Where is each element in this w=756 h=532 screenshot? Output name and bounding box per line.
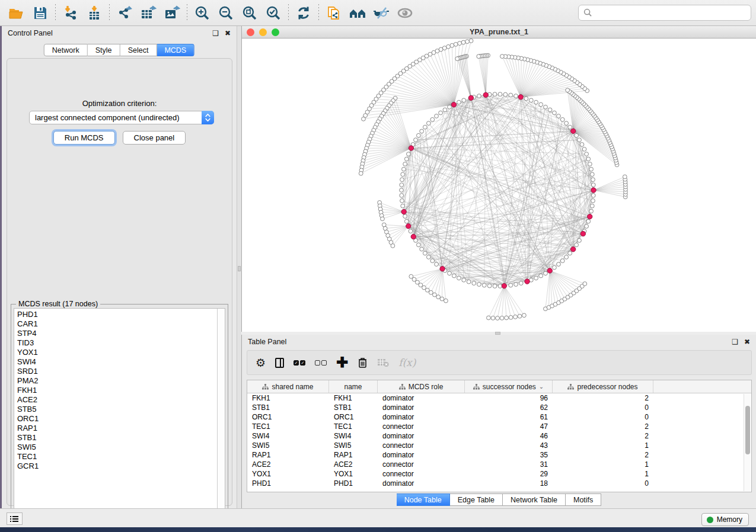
mcds-result-item[interactable]: SRD1 — [17, 367, 214, 376]
mcds-result-item[interactable]: FKH1 — [17, 386, 214, 395]
table-row[interactable]: FKH1FKH1dominator962 — [247, 393, 751, 403]
mcds-result-item[interactable]: STB5 — [17, 405, 214, 414]
export-image-icon[interactable] — [160, 2, 184, 24]
ring-node[interactable] — [544, 271, 548, 275]
mcds-list-scrollbar[interactable] — [217, 309, 225, 520]
ring-node[interactable] — [426, 121, 430, 126]
ring-node[interactable] — [414, 138, 418, 142]
search-input[interactable] — [596, 8, 746, 17]
satellite-node[interactable] — [477, 55, 481, 59]
run-mcds-button[interactable]: Run MCDS — [53, 131, 115, 145]
column-header-name[interactable]: name — [329, 380, 378, 393]
satellite-node[interactable] — [509, 315, 513, 319]
dominator-node[interactable] — [468, 95, 473, 100]
ring-node[interactable] — [534, 100, 538, 104]
dominator-node[interactable] — [406, 223, 411, 228]
dominator-node[interactable] — [591, 188, 596, 193]
table-row[interactable]: PHD1PHD1dominator180 — [247, 479, 751, 488]
satellite-node[interactable] — [491, 316, 495, 320]
dominator-node[interactable] — [409, 146, 413, 150]
ring-node[interactable] — [430, 117, 435, 121]
tab-mcds[interactable]: MCDS — [157, 44, 194, 56]
ring-node[interactable] — [509, 283, 513, 287]
ring-node[interactable] — [580, 142, 584, 146]
satellite-node[interactable] — [505, 316, 509, 320]
mcds-result-item[interactable]: PMA2 — [17, 376, 214, 386]
ring-node[interactable] — [435, 114, 439, 118]
tab-network[interactable]: Network — [44, 44, 88, 56]
satellite-node[interactable] — [518, 314, 522, 318]
satellite-node[interactable] — [425, 288, 429, 292]
export-network-icon[interactable] — [113, 2, 136, 24]
dominator-node[interactable] — [518, 95, 523, 100]
ring-node[interactable] — [416, 243, 420, 247]
dominator-node[interactable] — [502, 283, 506, 288]
ring-node[interactable] — [462, 98, 466, 102]
ring-node[interactable] — [404, 157, 409, 161]
ring-node[interactable] — [498, 92, 502, 97]
ring-node[interactable] — [560, 259, 564, 263]
satellite-node[interactable] — [436, 295, 441, 299]
satellite-node[interactable] — [381, 217, 385, 221]
column-header-predecessor-nodes[interactable]: predecessor nodes — [553, 380, 653, 393]
ring-node[interactable] — [409, 229, 413, 233]
dominator-node[interactable] — [570, 129, 575, 133]
ring-node[interactable] — [548, 108, 552, 112]
tab-edge-table[interactable]: Edge Table — [450, 493, 503, 506]
ring-node[interactable] — [477, 283, 481, 287]
ring-node[interactable] — [420, 247, 424, 251]
satellite-node[interactable] — [513, 315, 518, 319]
ring-node[interactable] — [482, 283, 486, 287]
mcds-result-list[interactable]: PHD1CAR1STP4TID3YOX1SWI4SRD1PMA2FKH1ACE2… — [14, 308, 225, 521]
close-panel-icon[interactable]: ✖ — [225, 30, 231, 37]
ring-node[interactable] — [400, 198, 404, 203]
ring-node[interactable] — [585, 152, 589, 156]
mcds-result-item[interactable]: ACE2 — [17, 395, 214, 405]
satellite-node[interactable] — [440, 297, 444, 301]
float-table-panel-icon[interactable]: ❑ — [732, 338, 738, 345]
ring-node[interactable] — [407, 152, 411, 156]
satellite-node[interactable] — [450, 43, 454, 47]
node-table[interactable]: shared namenameMCDS rolesuccessor nodes⌄… — [247, 380, 752, 492]
open-folder-icon[interactable] — [5, 2, 28, 24]
ring-node[interactable] — [529, 98, 533, 102]
table-scrollbar[interactable] — [744, 394, 751, 491]
close-table-panel-icon[interactable]: ✖ — [744, 338, 750, 345]
dominator-node[interactable] — [547, 268, 552, 273]
zoom-selected-icon[interactable] — [261, 2, 285, 24]
ring-node[interactable] — [585, 225, 589, 229]
add-column-icon[interactable]: ✚ — [336, 355, 348, 370]
ring-node[interactable] — [400, 183, 404, 187]
dominator-node[interactable] — [483, 92, 488, 97]
mcds-result-item[interactable]: PHD1 — [17, 310, 214, 319]
ring-node[interactable] — [589, 209, 594, 213]
mcds-result-item[interactable]: YOX1 — [17, 348, 214, 357]
delete-column-icon[interactable] — [358, 355, 368, 370]
ring-node[interactable] — [590, 204, 594, 208]
mcds-result-item[interactable]: STP4 — [17, 329, 214, 338]
column-header-shared-name[interactable]: shared name — [247, 380, 329, 393]
ring-node[interactable] — [448, 105, 452, 109]
satellite-node[interactable] — [469, 39, 473, 43]
network-graph[interactable] — [242, 39, 755, 331]
satellite-node[interactable] — [465, 40, 470, 44]
network-window-titlebar[interactable]: YPA_prune.txt_1 — [242, 26, 756, 39]
ring-node[interactable] — [564, 255, 569, 259]
split-view-icon[interactable] — [275, 355, 284, 370]
ring-node[interactable] — [493, 92, 497, 97]
ring-node[interactable] — [590, 172, 594, 177]
hide-selected-icon[interactable] — [369, 2, 393, 24]
ring-node[interactable] — [400, 178, 404, 182]
dominator-node[interactable] — [401, 209, 406, 214]
mcds-result-item[interactable]: TID3 — [17, 338, 214, 348]
ring-node[interactable] — [514, 283, 518, 287]
ring-node[interactable] — [575, 133, 579, 137]
ring-node[interactable] — [544, 105, 548, 109]
ring-node[interactable] — [400, 194, 404, 198]
ring-node[interactable] — [534, 276, 538, 280]
table-row[interactable]: RAP1RAP1dominator352 — [247, 450, 751, 460]
select-all-checkboxes-icon[interactable]: ✓✓ — [294, 355, 305, 370]
satellite-node[interactable] — [444, 299, 448, 303]
refresh-icon[interactable] — [292, 2, 315, 24]
import-table-icon[interactable] — [82, 2, 106, 24]
